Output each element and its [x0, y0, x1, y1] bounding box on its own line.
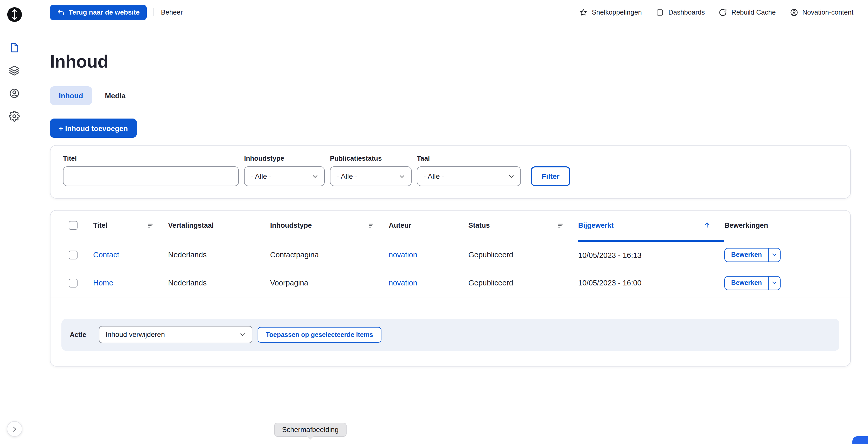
main-area: Terug naar de website Beheer Snelkoppeli… — [29, 0, 868, 366]
add-content-button[interactable]: + Inhoud toevoegen — [50, 118, 136, 138]
square-icon — [656, 8, 664, 16]
content-file-icon[interactable] — [9, 42, 20, 53]
author-link[interactable]: novation — [389, 250, 417, 259]
content-title-link[interactable]: Contact — [93, 250, 119, 259]
topbar: Terug naar de website Beheer Snelkoppeli… — [29, 0, 868, 25]
row-checkbox[interactable] — [69, 279, 78, 287]
star-icon — [579, 8, 588, 16]
chevron-down-icon — [508, 174, 514, 178]
refresh-icon — [719, 8, 727, 16]
language-filter-select[interactable]: - Alle - — [417, 166, 521, 186]
chevron-down-icon — [772, 281, 777, 284]
table-row-home: Home Nederlands Voorpagina novation Gepu… — [51, 269, 850, 297]
row-language: Nederlands — [168, 279, 207, 287]
settings-gear-icon[interactable] — [9, 111, 20, 122]
chevron-down-icon — [240, 333, 246, 336]
column-header-auteur: Auteur — [389, 211, 468, 241]
filter-panel: Titel Inhoudstype - Alle - Publicatiesta… — [50, 145, 851, 199]
row-content-type: Contactpagina — [270, 250, 319, 259]
filter-field-status: Publicatiestatus - Alle - — [330, 155, 412, 186]
sort-lines-icon — [147, 222, 155, 229]
row-updated: 10/05/2023 - 16:13 — [578, 251, 642, 259]
type-filter-label: Inhoudstype — [244, 155, 325, 162]
page-title: Inhoud — [50, 52, 851, 72]
sort-lines-icon — [368, 222, 375, 229]
chevron-down-icon — [312, 174, 318, 178]
admin-app: Terug naar de website Beheer Snelkoppeli… — [0, 0, 868, 444]
page-content: Inhoud Inhoud Media + Inhoud toevoegen T… — [29, 52, 868, 366]
bulk-action-label: Actie — [70, 331, 86, 338]
dropbutton-toggle[interactable] — [768, 248, 780, 261]
status-filter-select[interactable]: - Alle - — [330, 166, 412, 186]
chevron-down-icon — [399, 174, 405, 178]
sort-lines-icon — [557, 222, 565, 229]
chevron-right-icon — [11, 425, 18, 432]
edit-button[interactable]: Bewerken — [725, 248, 768, 261]
filter-field-language: Taal - Alle - — [417, 155, 521, 186]
select-all-cell — [51, 211, 93, 241]
topbar-right: Snelkoppelingen Dashboards Rebuild Cache — [579, 8, 854, 16]
author-link[interactable]: novation — [389, 279, 417, 287]
title-filter-input[interactable] — [63, 166, 239, 186]
edit-dropbutton: Bewerken — [724, 276, 781, 290]
divider — [154, 8, 154, 16]
apply-to-selected-button[interactable]: Toepassen op geselecteerde items — [257, 327, 381, 342]
content-table: Titel Vertalingstaal Inhoudstype — [51, 211, 850, 297]
arrow-up-icon — [704, 222, 711, 229]
table-header-row: Titel Vertalingstaal Inhoudstype — [51, 211, 850, 241]
dashboards-menu-item[interactable]: Dashboards — [656, 8, 705, 16]
tabs: Inhoud Media — [50, 86, 851, 105]
row-language: Nederlands — [168, 250, 207, 259]
sidebar-nav — [9, 42, 20, 122]
rebuild-cache-menu-item[interactable]: Rebuild Cache — [719, 8, 776, 16]
bulk-actions-bar: Actie Inhoud verwijderen Toepassen op ge… — [61, 318, 839, 351]
column-header-inhoudstype[interactable]: Inhoudstype — [270, 211, 389, 241]
row-status: Gepubliceerd — [468, 250, 514, 259]
account-icon — [790, 8, 798, 16]
sidebar — [0, 0, 29, 444]
breadcrumb: Beheer — [161, 8, 183, 16]
row-content-type: Voorpagina — [270, 279, 308, 287]
select-all-checkbox[interactable] — [69, 221, 78, 230]
row-status: Gepubliceerd — [468, 279, 514, 287]
shortcuts-menu-item[interactable]: Snelkoppelingen — [579, 8, 642, 16]
druid-logo[interactable] — [6, 7, 22, 22]
edit-button[interactable]: Bewerken — [725, 276, 768, 289]
bulk-action-select[interactable]: Inhoud verwijderen — [99, 326, 252, 343]
sidebar-expand-button[interactable] — [6, 421, 22, 437]
structure-layers-icon[interactable] — [9, 65, 20, 76]
filter-field-type: Inhoudstype - Alle - — [244, 155, 325, 186]
filter-field-title: Titel — [63, 155, 239, 186]
tab-inhoud[interactable]: Inhoud — [50, 86, 92, 105]
row-updated: 10/05/2023 - 16:00 — [578, 279, 642, 287]
dropbutton-toggle[interactable] — [768, 276, 780, 289]
row-checkbox[interactable] — [69, 250, 78, 260]
type-filter-select[interactable]: - Alle - — [244, 166, 325, 186]
filter-submit-button[interactable]: Filter — [531, 166, 570, 186]
content-table-panel: Titel Vertalingstaal Inhoudstype — [50, 210, 851, 366]
chevron-down-icon — [772, 253, 777, 256]
content-title-link[interactable]: Home — [93, 279, 113, 287]
return-arrow-icon — [57, 8, 65, 16]
back-to-site-button[interactable]: Terug naar de website — [50, 4, 147, 20]
language-filter-label: Taal — [417, 155, 521, 162]
screenshot-tooltip: Schermafbeelding — [274, 423, 347, 437]
tab-media[interactable]: Media — [96, 86, 134, 105]
column-header-titel[interactable]: Titel — [93, 211, 168, 241]
chat-widget-corner[interactable] — [852, 436, 868, 444]
title-filter-label: Titel — [63, 155, 239, 162]
column-header-status[interactable]: Status — [468, 211, 578, 241]
column-header-bijgewerkt-sorted[interactable]: Bijgewerkt — [578, 211, 724, 241]
status-filter-label: Publicatiestatus — [330, 155, 412, 162]
edit-dropbutton: Bewerken — [724, 248, 781, 262]
column-header-bewerkingen: Bewerkingen — [724, 211, 850, 241]
user-account-menu-item[interactable]: Novation-content — [790, 8, 854, 16]
column-header-vertalingstaal: Vertalingstaal — [168, 211, 270, 241]
people-user-icon[interactable] — [9, 88, 20, 99]
table-row-contact: Contact Nederlands Contactpagina novatio… — [51, 241, 850, 269]
